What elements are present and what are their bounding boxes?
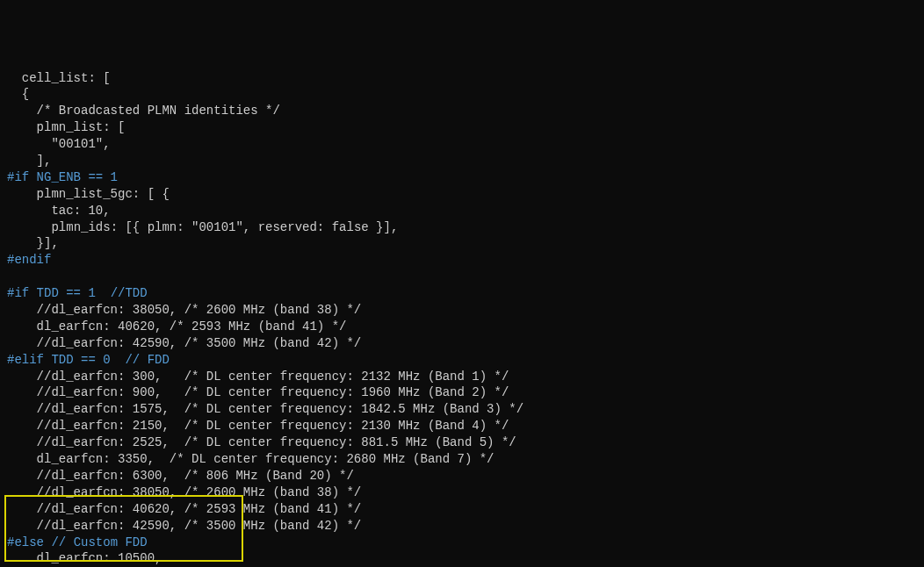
code-text: //dl_earfcn: 42590, /* 3500 MHz (band 42… <box>37 336 362 350</box>
code-line: #else // Custom FDD <box>7 535 917 551</box>
code-line: /* Broadcasted PLMN identities */ <box>7 103 917 119</box>
code-text: dl_earfcn: 3350, /* DL center frequency:… <box>37 452 494 466</box>
preprocessor-comment: // FDD <box>125 353 169 367</box>
code-text: //dl_earfcn: 40620, /* 2593 MHz (band 41… <box>37 502 362 516</box>
code-line: //dl_earfcn: 6300, /* 806 MHz (Band 20) … <box>7 468 917 484</box>
code-line: //dl_earfcn: 42590, /* 3500 MHz (band 42… <box>7 518 917 535</box>
code-text: //dl_earfcn: 1575, /* DL center frequenc… <box>37 402 524 416</box>
code-line: //dl_earfcn: 1575, /* DL center frequenc… <box>7 401 917 418</box>
code-text: //dl_earfcn: 38050, /* 2600 MHz (band 38… <box>37 303 362 317</box>
code-line: #if TDD == 1 //TDD <box>7 285 917 302</box>
code-line: tac: 10, <box>7 203 917 219</box>
preprocessor-directive: #else <box>7 535 51 549</box>
code-line: cell_list: [ <box>7 70 917 87</box>
preprocessor-directive: #endif <box>7 253 51 267</box>
preprocessor-comment: // Custom FDD <box>51 535 147 549</box>
preprocessor-comment: //TDD <box>111 286 148 300</box>
code-text: /* Broadcasted PLMN identities */ <box>37 104 280 118</box>
code-line: }], <box>7 235 917 252</box>
code-line: dl_earfcn: 3350, /* DL center frequency:… <box>7 451 917 468</box>
code-line: plmn_list: [ <box>7 119 917 136</box>
code-line: plmn_ids: [{ plmn: "00101", reserved: fa… <box>7 219 917 236</box>
code-text: //dl_earfcn: 300, /* DL center frequency… <box>37 370 509 384</box>
code-text: dl_earfcn: 10500, <box>37 551 162 565</box>
code-line: //dl_earfcn: 2525, /* DL center frequenc… <box>7 434 917 451</box>
code-text: plmn_ids: [{ plmn: "00101", reserved: fa… <box>51 220 398 234</box>
code-line <box>7 269 917 285</box>
code-line: //dl_earfcn: 900, /* DL center frequency… <box>7 384 917 401</box>
code-text: plmn_list: [ <box>37 120 126 134</box>
code-line: dl_earfcn: 40620, /* 2593 MHz (band 41) … <box>7 319 917 335</box>
code-line: dl_earfcn: 10500, <box>7 550 917 567</box>
code-line: //dl_earfcn: 2150, /* DL center frequenc… <box>7 418 917 434</box>
code-text: //dl_earfcn: 2150, /* DL center frequenc… <box>37 419 509 433</box>
code-line: plmn_list_5gc: [ { <box>7 186 917 203</box>
preprocessor-directive: #elif TDD == 0 <box>7 353 125 367</box>
code-text: //dl_earfcn: 38050, /* 2600 MHz (band 38… <box>37 485 362 499</box>
code-line: #endif <box>7 252 917 269</box>
code-line: "00101", <box>7 136 917 153</box>
code-text: ], <box>37 154 52 168</box>
preprocessor-directive: #if NG_ENB == 1 <box>7 170 118 184</box>
code-line: //dl_earfcn: 38050, /* 2600 MHz (band 38… <box>7 302 917 319</box>
code-line: #elif TDD == 0 // FDD <box>7 352 917 369</box>
code-text: }], <box>37 236 59 250</box>
code-line: #if NG_ENB == 1 <box>7 169 917 186</box>
code-text: cell_list: [ <box>22 71 111 85</box>
code-text: //dl_earfcn: 6300, /* 806 MHz (Band 20) … <box>37 469 354 483</box>
code-line: ], <box>7 153 917 169</box>
code-text: //dl_earfcn: 900, /* DL center frequency… <box>37 385 509 399</box>
code-line: //dl_earfcn: 40620, /* 2593 MHz (band 41… <box>7 501 917 518</box>
code-line: //dl_earfcn: 42590, /* 3500 MHz (band 42… <box>7 335 917 352</box>
code-text: plmn_list_5gc: [ { <box>37 187 170 201</box>
code-block: cell_list: [ { /* Broadcasted PLMN ident… <box>7 70 917 567</box>
code-line: //dl_earfcn: 38050, /* 2600 MHz (band 38… <box>7 484 917 501</box>
code-text: //dl_earfcn: 2525, /* DL center frequenc… <box>37 435 516 449</box>
code-text: tac: 10, <box>51 204 110 218</box>
code-text: //dl_earfcn: 42590, /* 3500 MHz (band 42… <box>37 519 362 533</box>
code-text: dl_earfcn: 40620, /* 2593 MHz (band 41) … <box>37 319 347 334</box>
code-line: //dl_earfcn: 300, /* DL center frequency… <box>7 369 917 385</box>
code-text: "00101", <box>51 137 110 151</box>
code-text: { <box>22 87 29 101</box>
preprocessor-directive: #if TDD == 1 <box>7 286 111 300</box>
code-line: { <box>7 86 917 103</box>
